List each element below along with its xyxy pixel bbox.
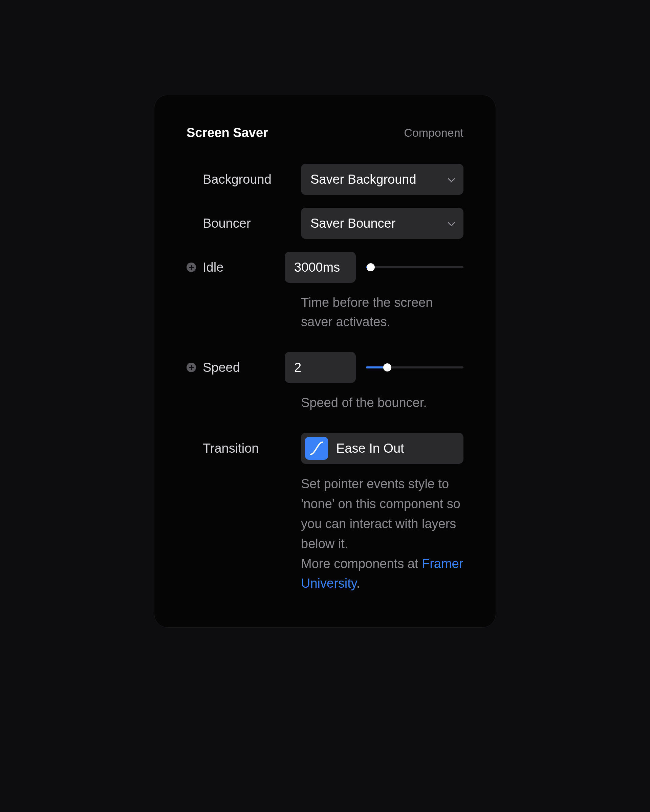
idle-row: Idle 3000ms (187, 252, 463, 283)
plus-icon[interactable] (187, 263, 196, 272)
transition-dropdown[interactable]: Ease In Out (301, 433, 463, 464)
panel-type-label: Component (404, 126, 463, 139)
idle-help-text: Time before the screen saver activates. (301, 293, 463, 331)
chevron-down-icon (447, 175, 455, 183)
idle-slider[interactable] (366, 263, 463, 271)
plus-icon[interactable] (187, 363, 196, 372)
bouncer-value: Saver Bouncer (310, 216, 395, 231)
transition-help-text: Set pointer events style to 'none' on th… (301, 474, 463, 594)
slider-thumb[interactable] (367, 263, 375, 271)
transition-value: Ease In Out (336, 441, 404, 456)
chevron-down-icon (447, 219, 455, 227)
panel-title: Screen Saver (187, 125, 268, 140)
bouncer-label: Bouncer (203, 216, 301, 231)
speed-value-input[interactable]: 2 (285, 352, 356, 383)
speed-help-text: Speed of the bouncer. (301, 393, 463, 412)
background-label: Background (203, 172, 301, 187)
transition-row: Transition Ease In Out (187, 433, 463, 464)
bouncer-dropdown[interactable]: Saver Bouncer (301, 208, 463, 239)
properties-panel: Screen Saver Component Background Saver … (154, 95, 496, 627)
background-row: Background Saver Background (187, 164, 463, 195)
bouncer-row: Bouncer Saver Bouncer (187, 208, 463, 239)
speed-row: Speed 2 (187, 352, 463, 383)
slider-thumb[interactable] (383, 363, 392, 371)
ease-curve-icon (305, 437, 328, 460)
speed-label: Speed (203, 360, 285, 375)
idle-value-input[interactable]: 3000ms (285, 252, 356, 283)
background-dropdown[interactable]: Saver Background (301, 164, 463, 195)
panel-header: Screen Saver Component (187, 125, 463, 140)
transition-label: Transition (203, 441, 301, 456)
idle-label: Idle (203, 260, 285, 275)
background-value: Saver Background (310, 172, 416, 187)
speed-slider[interactable] (366, 363, 463, 371)
